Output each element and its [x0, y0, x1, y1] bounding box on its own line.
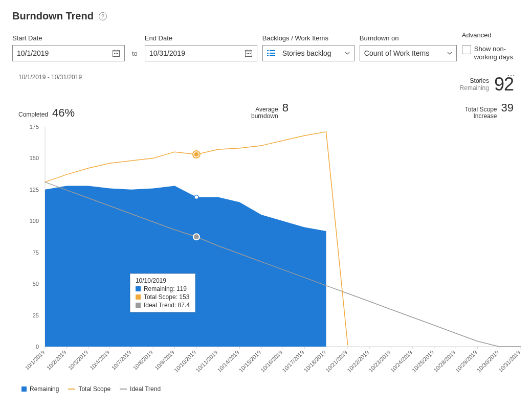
start-date-group: Start Date 10/1/2019 [12, 34, 125, 61]
svg-point-78 [194, 195, 198, 199]
svg-text:10/7/2019: 10/7/2019 [110, 349, 132, 371]
burndown-on-select[interactable]: Count of Work Items [360, 45, 457, 61]
svg-point-79 [193, 234, 199, 240]
burndown-chart[interactable]: 025507510012515017510/1/201910/2/201910/… [14, 122, 526, 382]
legend-ideal-trend[interactable]: Ideal Trend [120, 385, 161, 393]
burndown-on-group: Burndown on Count of Work Items [360, 34, 457, 61]
date-range: 10/1/2019 - 10/31/2019 [18, 74, 82, 81]
svg-text:10/11/2019: 10/11/2019 [194, 349, 218, 373]
svg-rect-14 [267, 50, 269, 51]
backlogs-group: Backlogs / Work Items Stories backlog [262, 34, 354, 61]
svg-text:10/31/2019: 10/31/2019 [497, 349, 521, 373]
show-nonworking-checkbox[interactable] [462, 45, 471, 54]
more-menu-icon[interactable]: ⋯ [507, 71, 516, 80]
svg-rect-4 [114, 53, 115, 54]
end-date-group: End Date 10/31/2019 [145, 34, 257, 61]
svg-text:10/15/2019: 10/15/2019 [238, 349, 262, 373]
svg-text:10/3/2019: 10/3/2019 [67, 349, 89, 371]
svg-text:10/10/2019: 10/10/2019 [173, 349, 197, 373]
advanced-label: Advanced [462, 31, 492, 39]
avg-burndown-stat: Average burndown 8 [251, 101, 289, 120]
svg-rect-11 [247, 53, 248, 54]
svg-point-77 [194, 152, 198, 156]
svg-text:10/17/2019: 10/17/2019 [281, 349, 305, 373]
total-scope-stat: Total Scope Increase 39 [465, 101, 514, 120]
svg-text:10/29/2019: 10/29/2019 [454, 349, 478, 373]
calendar-icon [245, 49, 253, 57]
start-date-label: Start Date [12, 34, 125, 42]
svg-text:10/4/2019: 10/4/2019 [88, 349, 110, 371]
svg-text:10/30/2019: 10/30/2019 [476, 349, 500, 373]
svg-text:10/16/2019: 10/16/2019 [259, 349, 283, 373]
chevron-down-icon [345, 51, 350, 56]
svg-text:10/24/2019: 10/24/2019 [389, 349, 413, 373]
calendar-icon [112, 49, 120, 57]
svg-text:10/23/2019: 10/23/2019 [367, 349, 391, 373]
svg-text:10/22/2019: 10/22/2019 [346, 349, 370, 373]
controls-row: Start Date 10/1/2019 to End Date 10/31/2… [12, 31, 520, 61]
svg-text:25: 25 [33, 312, 39, 318]
svg-text:100: 100 [30, 218, 39, 224]
stories-metric: Stories Remaining 92 [460, 74, 514, 95]
svg-text:175: 175 [30, 124, 39, 130]
svg-rect-6 [117, 53, 118, 54]
backlogs-label: Backlogs / Work Items [262, 34, 354, 42]
legend-total-scope[interactable]: Total Scope [68, 385, 110, 393]
svg-text:10/8/2019: 10/8/2019 [132, 349, 154, 371]
svg-rect-18 [267, 55, 269, 56]
chart-area: 025507510012515017510/1/201910/2/201910/… [14, 122, 518, 382]
completed-stat: Completed 46% [18, 106, 75, 120]
page-title: Burndown Trend [12, 10, 94, 22]
advanced-group: Advanced Show non-working days [462, 31, 515, 61]
show-nonworking-row: Show non-working days [462, 42, 515, 61]
backlogs-select[interactable]: Stories backlog [262, 45, 354, 61]
svg-text:150: 150 [30, 155, 39, 161]
svg-text:10/25/2019: 10/25/2019 [411, 349, 435, 373]
svg-text:125: 125 [30, 187, 39, 193]
svg-rect-17 [270, 53, 275, 54]
burndown-on-label: Burndown on [360, 34, 457, 42]
svg-text:10/18/2019: 10/18/2019 [303, 349, 327, 373]
svg-text:10/14/2019: 10/14/2019 [216, 349, 240, 373]
end-date-input[interactable]: 10/31/2019 [145, 45, 257, 61]
svg-rect-15 [270, 50, 275, 51]
stories-icon [267, 50, 275, 56]
end-date-label: End Date [145, 34, 257, 42]
svg-rect-5 [116, 53, 117, 54]
svg-text:10/28/2019: 10/28/2019 [432, 349, 456, 373]
svg-rect-13 [250, 53, 251, 54]
legend-remaining[interactable]: Remaining [21, 385, 59, 393]
svg-text:10/1/2019: 10/1/2019 [24, 349, 46, 371]
svg-text:10/9/2019: 10/9/2019 [153, 349, 175, 371]
show-nonworking-label: Show non-working days [474, 45, 515, 61]
svg-text:10/21/2019: 10/21/2019 [324, 349, 348, 373]
svg-text:10/2/2019: 10/2/2019 [46, 349, 68, 371]
svg-text:50: 50 [33, 281, 39, 287]
chevron-down-icon [447, 51, 452, 56]
svg-rect-12 [248, 53, 249, 54]
chart-legend: Remaining Total Scope Ideal Trend [14, 382, 518, 393]
svg-rect-16 [267, 53, 269, 54]
start-date-input[interactable]: 10/1/2019 [12, 45, 125, 61]
svg-rect-19 [270, 55, 275, 56]
to-label: to [130, 50, 140, 61]
svg-text:75: 75 [33, 249, 39, 256]
help-icon[interactable]: ? [99, 12, 107, 20]
page-header: Burndown Trend ? [12, 10, 520, 22]
svg-text:0: 0 [36, 344, 39, 350]
chart-card: ⋯ 10/1/2019 - 10/31/2019 Stories Remaini… [12, 67, 520, 401]
